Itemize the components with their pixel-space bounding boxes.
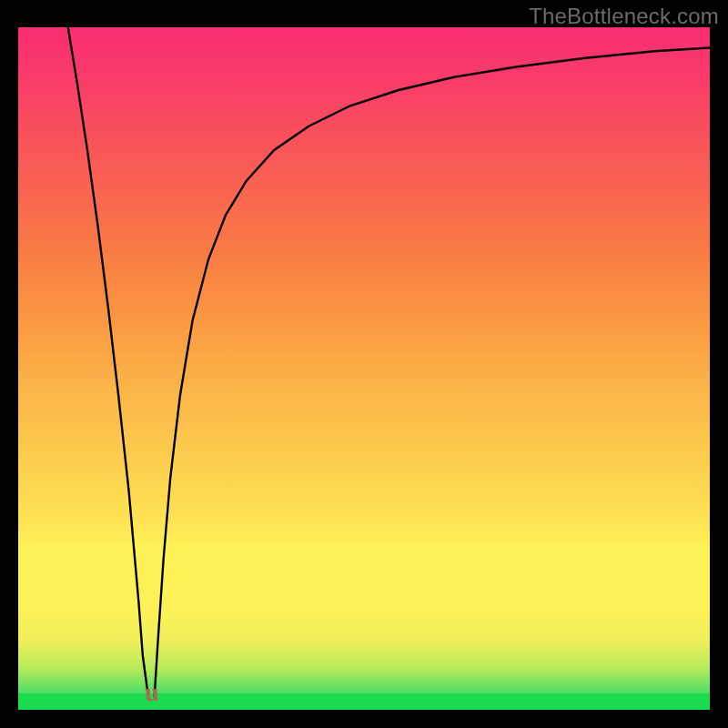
chart-frame: TheBottleneck.com u xyxy=(0,0,728,728)
curve-layer xyxy=(18,27,710,710)
curve-left-arm xyxy=(68,27,148,696)
curve-right-arm xyxy=(155,48,710,697)
minimum-marker: u xyxy=(145,680,159,705)
plot-area: u xyxy=(18,27,710,710)
watermark-label: TheBottleneck.com xyxy=(529,4,719,29)
